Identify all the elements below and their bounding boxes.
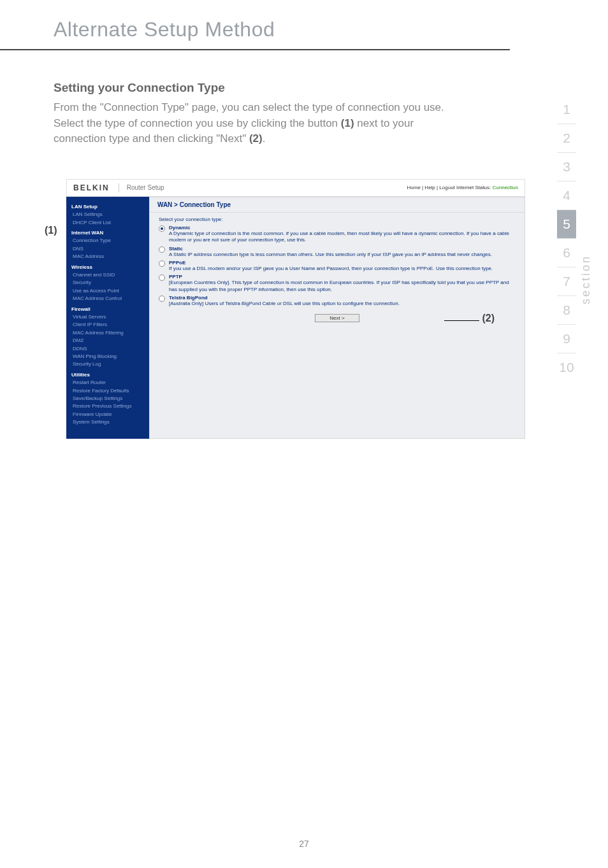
router-status-links[interactable]: Home | Help | Logout Internet Status: Co… bbox=[407, 185, 519, 190]
sidebar-item[interactable]: MAC Address Filtering bbox=[71, 329, 144, 337]
section-nav-4[interactable]: 4 bbox=[557, 181, 576, 210]
sidebar-header: Firewall bbox=[71, 306, 144, 313]
option-content: DynamicA Dynamic type of connection is t… bbox=[169, 225, 516, 244]
radio-telstra-bigpond[interactable] bbox=[159, 295, 165, 302]
sidebar-item[interactable]: Connection Type bbox=[71, 237, 144, 245]
sidebar-header: Utilities bbox=[71, 371, 144, 379]
next-button[interactable]: Next > bbox=[315, 314, 359, 322]
annotation-2: (2) bbox=[482, 313, 495, 324]
option-name: Telstra BigPond bbox=[169, 295, 516, 301]
router-body: LAN SetupLAN SettingsDHCP Client ListInt… bbox=[66, 197, 525, 439]
status-connection: Connection bbox=[493, 185, 518, 190]
sidebar-item[interactable]: Security bbox=[71, 279, 144, 287]
sidebar-item[interactable]: Restore Factory Defaults bbox=[71, 387, 144, 395]
option-desc: [Australia Only] Users of Telstra BigPon… bbox=[169, 301, 516, 307]
sidebar-header: Internet WAN bbox=[71, 229, 144, 237]
option-content: PPTP[European Countries Only]. This type… bbox=[169, 274, 516, 293]
router-main-title: WAN > Connection Type bbox=[150, 197, 525, 213]
router-setup-label: Router Setup bbox=[119, 184, 407, 191]
router-sidebar: LAN SetupLAN SettingsDHCP Client ListInt… bbox=[66, 197, 149, 439]
option-name: Dynamic bbox=[169, 225, 516, 231]
sidebar-item[interactable]: WAN Ping Blocking bbox=[71, 353, 144, 360]
option-desc: A Dynamic type of connection is the most… bbox=[169, 231, 516, 244]
radio-pptp[interactable] bbox=[159, 274, 165, 281]
connection-prompt: Select your connection type: bbox=[159, 217, 516, 222]
radio-pppoe[interactable] bbox=[159, 260, 165, 267]
sidebar-item[interactable]: Channel and SSID bbox=[71, 271, 144, 279]
router-screenshot: (1) (2) BELKIN Router Setup Home | Help … bbox=[66, 179, 525, 439]
connection-option: PPTP[European Countries Only]. This type… bbox=[159, 274, 516, 293]
section-heading: Setting your Connection Type bbox=[54, 81, 467, 95]
sidebar-item[interactable]: DHCP Client List bbox=[71, 219, 144, 227]
sidebar-item[interactable]: Restart Router bbox=[71, 379, 144, 387]
sidebar-item[interactable]: MAC Address Control bbox=[71, 295, 144, 302]
section-nav: 12345678910 bbox=[557, 96, 576, 381]
para-text-end: . bbox=[263, 132, 266, 145]
sidebar-item[interactable]: LAN Settings bbox=[71, 211, 144, 218]
sidebar-item[interactable]: Save/Backup Settings bbox=[71, 395, 144, 402]
sidebar-item[interactable]: DDNS bbox=[71, 345, 144, 353]
router-options: Select your connection type: DynamicA Dy… bbox=[150, 213, 525, 332]
section-nav-5[interactable]: 5 bbox=[557, 210, 576, 239]
intro-paragraph: From the "Connection Type" page, you can… bbox=[54, 100, 467, 147]
sidebar-item[interactable]: Firmware Update bbox=[71, 411, 144, 418]
sidebar-item[interactable]: DNS bbox=[71, 245, 144, 253]
option-desc: [European Countries Only]. This type of … bbox=[169, 280, 516, 293]
sidebar-item[interactable]: System Settings bbox=[71, 418, 144, 426]
connection-option: PPPoEIf you use a DSL modem and/or your … bbox=[159, 260, 516, 272]
radio-dynamic[interactable] bbox=[159, 225, 165, 232]
sidebar-item[interactable]: Security Log bbox=[71, 360, 144, 368]
option-content: StaticA Static IP address connection typ… bbox=[169, 246, 516, 258]
section-nav-7[interactable]: 7 bbox=[557, 267, 576, 296]
sidebar-item[interactable]: Restore Previous Settings bbox=[71, 402, 144, 410]
connection-option: Telstra BigPond[Australia Only] Users of… bbox=[159, 295, 516, 307]
section-nav-8[interactable]: 8 bbox=[557, 296, 576, 325]
ref-1: (1) bbox=[341, 117, 354, 129]
sidebar-item[interactable]: DMZ bbox=[71, 337, 144, 345]
page-number: 27 bbox=[0, 839, 608, 849]
connection-option: StaticA Static IP address connection typ… bbox=[159, 246, 516, 258]
option-content: PPPoEIf you use a DSL modem and/or your … bbox=[169, 260, 516, 272]
section-nav-3[interactable]: 3 bbox=[557, 153, 576, 181]
sidebar-header: Wireless bbox=[71, 264, 144, 271]
radio-static[interactable] bbox=[159, 246, 165, 253]
sidebar-item[interactable]: Client IP Filters bbox=[71, 321, 144, 329]
connection-option: DynamicA Dynamic type of connection is t… bbox=[159, 225, 516, 244]
option-name: Static bbox=[169, 246, 516, 252]
section-nav-9[interactable]: 9 bbox=[557, 325, 576, 353]
router-main: WAN > Connection Type Select your connec… bbox=[149, 197, 525, 439]
section-label: section bbox=[579, 255, 593, 304]
sidebar-item[interactable]: Virtual Servers bbox=[71, 313, 144, 321]
annotation-2-line bbox=[444, 320, 479, 321]
option-desc: A Static IP address connection type is l… bbox=[169, 252, 516, 258]
section-nav-1[interactable]: 1 bbox=[557, 96, 576, 124]
router-header: BELKIN Router Setup Home | Help | Logout… bbox=[66, 179, 525, 197]
section-nav-2[interactable]: 2 bbox=[557, 124, 576, 153]
option-name: PPPoE bbox=[169, 260, 516, 266]
page-title: Alternate Setup Method bbox=[0, 0, 510, 50]
option-name: PPTP bbox=[169, 274, 516, 280]
sidebar-header: LAN Setup bbox=[71, 203, 144, 211]
annotation-1: (1) bbox=[45, 225, 57, 236]
sidebar-item[interactable]: Use as Access Point bbox=[71, 287, 144, 295]
ref-2: (2) bbox=[249, 132, 263, 145]
option-content: Telstra BigPond[Australia Only] Users of… bbox=[169, 295, 516, 307]
sidebar-item[interactable]: MAC Address bbox=[71, 253, 144, 260]
main-content: Setting your Connection Type From the "C… bbox=[0, 50, 500, 439]
section-nav-6[interactable]: 6 bbox=[557, 239, 576, 267]
option-desc: If you use a DSL modem and/or your ISP g… bbox=[169, 266, 516, 272]
router-logo: BELKIN bbox=[73, 183, 119, 192]
status-links-text: Home | Help | Logout Internet Status: bbox=[407, 185, 493, 190]
section-nav-10[interactable]: 10 bbox=[557, 353, 576, 381]
